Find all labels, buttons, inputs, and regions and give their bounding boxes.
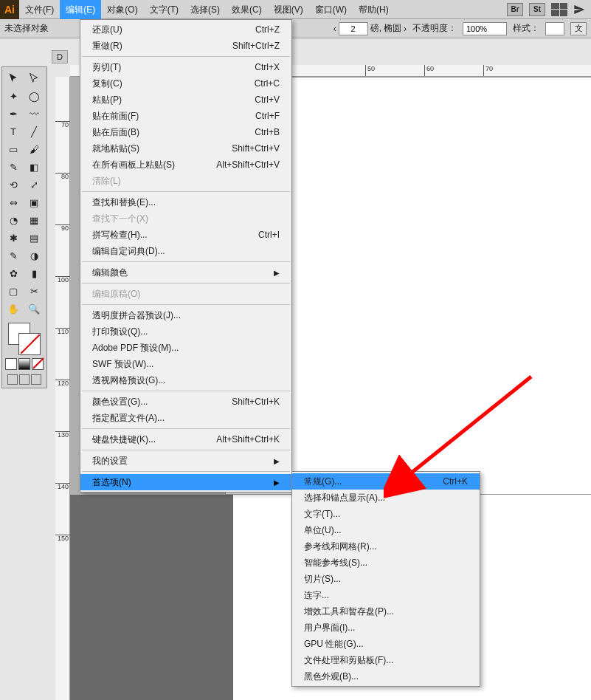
stroke-minus-icon[interactable]: ‹ <box>333 24 336 34</box>
zoom-tool[interactable]: 🔍 <box>24 301 44 317</box>
menu-edit[interactable]: 编辑(E) <box>60 0 101 19</box>
scale-tool[interactable]: ⤢ <box>24 176 44 193</box>
color-mode-gradient[interactable] <box>18 358 30 370</box>
screen-mode-normal[interactable] <box>7 374 18 385</box>
menu-file[interactable]: 文件(F) <box>19 0 60 19</box>
menu-item[interactable]: 编辑颜色▶ <box>80 264 291 281</box>
brush-tool[interactable]: 🖌 <box>24 141 44 157</box>
menu-item[interactable]: 在所有画板上粘贴(S)Alt+Shift+Ctrl+V <box>80 157 291 173</box>
menu-item[interactable]: 就地粘贴(S)Shift+Ctrl+V <box>80 140 291 157</box>
opacity-input[interactable] <box>463 22 507 35</box>
submenu-item[interactable]: 用户界面(I)... <box>292 620 480 636</box>
color-mode-color[interactable] <box>5 358 17 370</box>
submenu-item[interactable]: 切片(S)... <box>292 571 480 587</box>
menu-item[interactable]: 首选项(N)▶ <box>80 474 291 490</box>
submenu-item[interactable]: GPU 性能(G)... <box>292 636 480 652</box>
eraser-tool[interactable]: ◧ <box>24 159 44 175</box>
ruler-tick: 110 <box>55 328 70 334</box>
submenu-item[interactable]: 智能参考线(S)... <box>292 555 480 571</box>
style-swatch[interactable] <box>545 22 564 35</box>
menu-effect[interactable]: 效果(C) <box>226 0 268 19</box>
type-tool[interactable]: T <box>4 123 23 140</box>
menu-item[interactable]: 复制(C)Ctrl+C <box>80 75 291 92</box>
mesh-tool[interactable]: ✱ <box>4 230 23 246</box>
lasso-tool[interactable]: ◯ <box>24 88 44 104</box>
selection-tool[interactable] <box>4 70 23 86</box>
menu-item[interactable]: 重做(R)Shift+Ctrl+Z <box>80 38 291 54</box>
screen-mode-full[interactable] <box>19 374 30 385</box>
menu-item[interactable]: 剪切(T)Ctrl+X <box>80 59 291 75</box>
menu-item[interactable]: 透明度拼合器预设(J)... <box>80 307 291 323</box>
slice-tool[interactable]: ✂ <box>24 283 44 299</box>
menu-item[interactable]: 拼写检查(H)...Ctrl+I <box>80 227 291 243</box>
menu-item[interactable]: 编辑自定词典(D)... <box>80 243 291 259</box>
pen-tool[interactable]: ✒ <box>4 106 23 122</box>
curvature-tool[interactable]: 〰 <box>24 106 44 122</box>
stroke-swatch[interactable] <box>18 333 41 355</box>
rotate-tool[interactable]: ⟲ <box>4 176 23 193</box>
screen-mode-present[interactable] <box>31 374 41 385</box>
shaper-tool[interactable]: ✎ <box>4 159 23 175</box>
submenu-item[interactable]: 单位(U)... <box>292 522 480 538</box>
menu-item[interactable]: Adobe PDF 预设(M)... <box>80 340 291 356</box>
document-setup-button[interactable]: 文 <box>570 22 587 35</box>
submenu-item[interactable]: 连字... <box>292 587 480 603</box>
menu-type[interactable]: 文字(T) <box>144 0 184 19</box>
menu-item-label: 透视网格预设(G)... <box>92 374 165 387</box>
menu-item-label: 编辑自定词典(D)... <box>92 245 165 258</box>
column-graph-tool[interactable]: ▮ <box>24 265 44 281</box>
symbol-sprayer-tool[interactable]: ✿ <box>4 265 23 281</box>
submenu-item-label: 增效工具和暂存盘(P)... <box>304 605 394 618</box>
blend-tool[interactable]: ◑ <box>24 247 44 264</box>
menu-help[interactable]: 帮助(H) <box>353 0 395 19</box>
workspace-button[interactable] <box>551 3 567 16</box>
edit-menu-dropdown: 还原(U)Ctrl+Z重做(R)Shift+Ctrl+Z剪切(T)Ctrl+X复… <box>80 19 292 493</box>
submenu-item[interactable]: 常规(G)...Ctrl+K <box>292 473 480 490</box>
stroke-plus-icon[interactable]: › <box>404 24 407 34</box>
submenu-item[interactable]: 参考线和网格(R)... <box>292 538 480 555</box>
bridge-button[interactable]: Br <box>507 3 523 16</box>
submenu-item-label: 选择和锚点显示(A)... <box>304 492 385 504</box>
direct-selection-tool[interactable] <box>24 70 44 86</box>
line-tool[interactable]: ╱ <box>24 123 44 140</box>
menu-item[interactable]: 透视网格预设(G)... <box>80 372 291 388</box>
share-icon[interactable] <box>573 4 585 16</box>
gradient-tool[interactable]: ▤ <box>24 230 44 246</box>
menu-item[interactable]: 粘贴(P)Ctrl+V <box>80 92 291 108</box>
ruler-tick: 60 <box>424 65 434 77</box>
perspective-grid-tool[interactable]: ▦ <box>24 212 44 228</box>
free-transform-tool[interactable]: ▣ <box>24 194 44 210</box>
shape-builder-tool[interactable]: ◔ <box>4 212 23 228</box>
menu-view[interactable]: 视图(V) <box>268 0 309 19</box>
color-mode-none[interactable] <box>32 358 44 370</box>
menu-item[interactable]: 我的设置▶ <box>80 453 291 469</box>
magic-wand-tool[interactable]: ✦ <box>4 88 23 104</box>
eyedropper-tool[interactable]: ✎ <box>4 247 23 264</box>
submenu-item[interactable]: 增效工具和暂存盘(P)... <box>292 603 480 620</box>
menu-window[interactable]: 窗口(W) <box>309 0 353 19</box>
menu-item[interactable]: 查找和替换(E)... <box>80 194 291 210</box>
submenu-item[interactable]: 文字(T)... <box>292 506 480 522</box>
menu-item[interactable]: 贴在后面(B)Ctrl+B <box>80 124 291 140</box>
hand-tool[interactable]: ✋ <box>4 301 23 317</box>
submenu-item-shortcut: Ctrl+K <box>443 476 468 487</box>
submenu-item[interactable]: 黑色外观(B)... <box>292 668 480 684</box>
menu-item[interactable]: 还原(U)Ctrl+Z <box>80 21 291 38</box>
width-tool[interactable]: ⇔ <box>4 194 23 210</box>
stock-button[interactable]: St <box>529 3 545 16</box>
document-tab[interactable]: D <box>52 50 68 64</box>
artboard-tool[interactable]: ▢ <box>4 283 23 299</box>
submenu-item[interactable]: 选择和锚点显示(A)... <box>292 490 480 506</box>
submenu-item[interactable]: 文件处理和剪贴板(F)... <box>292 652 480 668</box>
menu-item[interactable]: SWF 预设(W)... <box>80 356 291 372</box>
menu-item[interactable]: 颜色设置(G)...Shift+Ctrl+K <box>80 394 291 410</box>
rectangle-tool[interactable]: ▭ <box>4 141 23 157</box>
menu-item[interactable]: 打印预设(Q)... <box>80 323 291 340</box>
menu-item[interactable]: 贴在前面(F)Ctrl+F <box>80 108 291 124</box>
menu-object[interactable]: 对象(O) <box>101 0 143 19</box>
stroke-weight-input[interactable] <box>339 22 368 35</box>
menu-select[interactable]: 选择(S) <box>184 0 226 19</box>
menu-item[interactable]: 指定配置文件(A)... <box>80 410 291 426</box>
menu-item[interactable]: 键盘快捷键(K)...Alt+Shift+Ctrl+K <box>80 431 291 447</box>
fill-stroke-control[interactable] <box>8 323 41 355</box>
